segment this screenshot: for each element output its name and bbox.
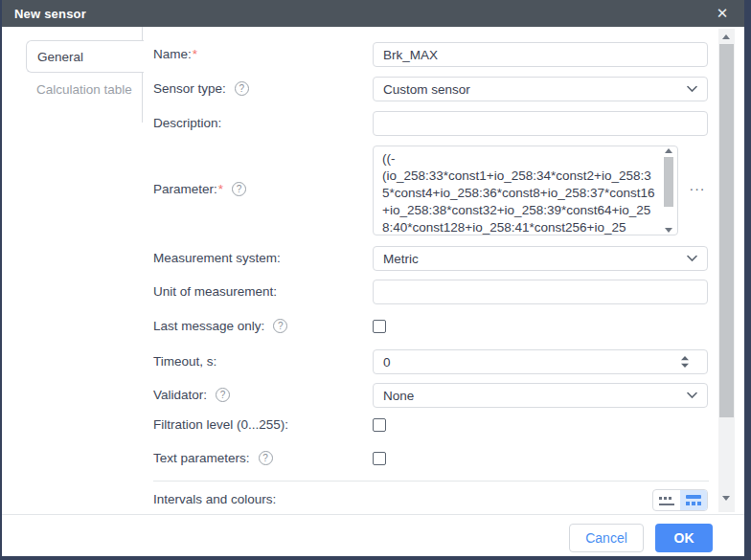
- dialog-footer: Cancel OK: [2, 514, 744, 556]
- table-icon: [686, 495, 701, 505]
- help-icon[interactable]: ?: [273, 319, 287, 333]
- sensor-type-select[interactable]: Custom sensor: [373, 77, 708, 101]
- scrollbar-thumb[interactable]: [719, 44, 734, 417]
- window-border-bottom: [0, 556, 751, 560]
- required-asterisk: *: [218, 182, 223, 196]
- stepper-up-down-icon[interactable]: [678, 355, 692, 369]
- chevron-down-icon: [687, 85, 697, 93]
- window-border-right: [744, 0, 751, 560]
- parameter-more-button[interactable]: ···: [686, 180, 709, 197]
- last-message-only-label: Last message only: ?: [153, 319, 287, 333]
- section-divider: [153, 481, 709, 482]
- tab-general[interactable]: General: [26, 40, 144, 73]
- dialog-scrollbar[interactable]: [718, 29, 735, 512]
- timeout-input[interactable]: [373, 349, 708, 374]
- tab-general-label: General: [37, 50, 83, 64]
- help-icon[interactable]: ?: [235, 81, 249, 96]
- help-icon[interactable]: ?: [259, 451, 273, 465]
- close-icon[interactable]: ✕: [712, 0, 733, 27]
- filtration-level-label: Filtration level (0...255):: [153, 417, 288, 432]
- timeout-label: Timeout, s:: [153, 354, 216, 369]
- scroll-down-icon[interactable]: [665, 228, 672, 233]
- intervals-list-view-button[interactable]: [653, 490, 680, 510]
- last-message-only-checkbox[interactable]: [373, 320, 386, 333]
- chevron-down-icon: [687, 392, 697, 399]
- sensor-type-label: Sensor type: ?: [153, 81, 249, 96]
- new-sensor-dialog: New sensor ✕ General Calculation table N…: [0, 0, 751, 560]
- validator-label: Validator: ?: [153, 388, 230, 402]
- intervals-view-toggle: [652, 489, 708, 511]
- cancel-button[interactable]: Cancel: [569, 524, 644, 552]
- description-label: Description:: [153, 116, 221, 130]
- validator-value: None: [383, 389, 414, 403]
- unit-label: Unit of measurement:: [153, 284, 277, 299]
- description-input[interactable]: [373, 111, 708, 136]
- sensor-type-value: Custom sensor: [383, 82, 470, 97]
- required-asterisk: *: [193, 47, 197, 61]
- measurement-system-select[interactable]: Metric: [373, 246, 708, 271]
- intervals-icon: [659, 496, 674, 505]
- help-icon[interactable]: ?: [216, 388, 230, 402]
- tab-calculation-table[interactable]: Calculation table: [36, 82, 132, 97]
- parameter-textarea[interactable]: ((-(io_258:33*const1+io_258:34*const2+io…: [373, 146, 678, 235]
- scroll-up-icon[interactable]: [665, 148, 672, 153]
- intervals-label: Intervals and colours:: [153, 492, 276, 506]
- ok-button[interactable]: OK: [655, 524, 713, 552]
- text-parameters-checkbox[interactable]: [373, 452, 386, 465]
- dialog-title: New sensor: [2, 7, 86, 21]
- measurement-system-value: Metric: [383, 252, 419, 266]
- tab-calculation-table-label: Calculation table: [36, 82, 132, 97]
- name-input[interactable]: [373, 42, 708, 67]
- scroll-down-icon[interactable]: [722, 496, 730, 501]
- chevron-down-icon: [687, 255, 697, 262]
- scrollbar-thumb[interactable]: [664, 157, 673, 207]
- help-icon[interactable]: ?: [232, 182, 246, 196]
- name-label: Name:*: [153, 47, 197, 61]
- text-parameters-label: Text parameters: ?: [153, 451, 273, 465]
- scroll-up-icon[interactable]: [722, 34, 730, 39]
- window-border-left: [0, 0, 2, 560]
- parameter-label: Parameter:* ?: [153, 182, 246, 196]
- dialog-titlebar: New sensor ✕: [2, 0, 744, 27]
- parameter-scrollbar[interactable]: [663, 147, 675, 234]
- validator-select[interactable]: None: [373, 383, 708, 408]
- measurement-system-label: Measurement system:: [153, 251, 281, 265]
- unit-input[interactable]: [373, 280, 708, 304]
- filtration-level-checkbox[interactable]: [373, 418, 386, 432]
- intervals-table-view-button[interactable]: [680, 490, 707, 510]
